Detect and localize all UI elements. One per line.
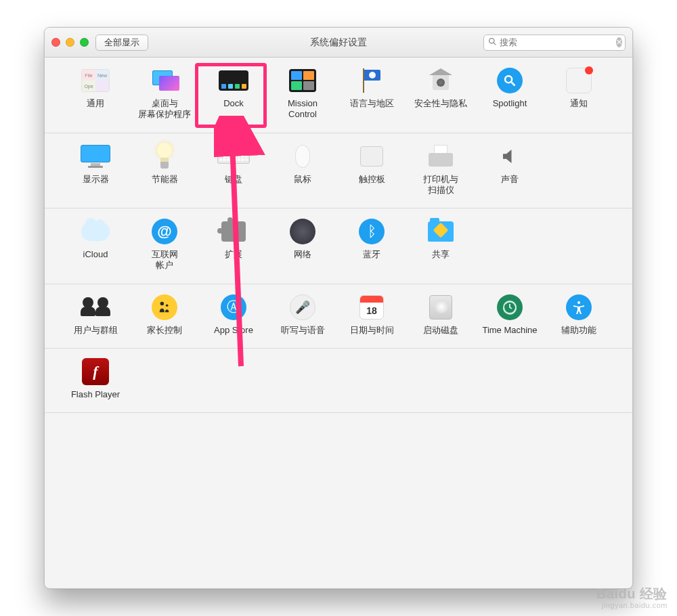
bluetooth-icon: ᛒ: [355, 218, 388, 245]
accessibility-icon: [563, 294, 595, 321]
pane-security-privacy[interactable]: 安全性与隐私: [406, 67, 475, 120]
zoom-button[interactable]: [80, 38, 89, 47]
pane-label: 桌面与 屏幕保护程序: [138, 98, 191, 120]
network-icon: [286, 218, 319, 245]
general-icon: FileNewOpe: [79, 67, 112, 94]
pane-dictation-speech[interactable]: 🎤 听写与语音: [268, 294, 337, 336]
trackpad-icon: [355, 143, 388, 170]
pane-users-groups[interactable]: 用户与群组: [61, 294, 130, 336]
titlebar: 全部显示 系统偏好设置 ✕: [45, 28, 632, 58]
pane-parental-controls[interactable]: 家长控制: [130, 294, 199, 336]
pane-label: 安全性与隐私: [414, 98, 467, 109]
security-icon: [424, 67, 457, 94]
pane-label: 辅助功能: [561, 325, 596, 336]
pane-mouse[interactable]: 鼠标: [268, 143, 337, 196]
pane-internet-accounts[interactable]: @ 互联网 帐户: [130, 218, 199, 271]
svg-point-5: [166, 304, 169, 307]
pane-label: 日期与时间: [350, 325, 394, 336]
clear-search-icon[interactable]: ✕: [616, 37, 622, 47]
sharing-icon: [424, 218, 457, 245]
svg-line-3: [512, 83, 515, 86]
desktop-icon: [148, 67, 181, 94]
pane-dock[interactable]: Dock: [199, 67, 268, 120]
energy-icon: [148, 143, 181, 170]
search-input[interactable]: [500, 37, 613, 47]
pane-label: 听写与语音: [281, 325, 325, 336]
show-all-button[interactable]: 全部显示: [95, 35, 148, 51]
pane-startup-disk[interactable]: 启动磁盘: [406, 294, 475, 336]
pane-language-region[interactable]: 语言与地区: [337, 67, 406, 120]
mouse-icon: [286, 143, 319, 170]
search-icon: [488, 37, 497, 48]
pane-spotlight[interactable]: Spotlight: [475, 67, 544, 120]
pane-label: Time Machine: [482, 325, 537, 336]
pane-extensions[interactable]: 扩展: [199, 218, 268, 271]
pane-label: App Store: [214, 325, 253, 336]
pane-label: 打印机与 扫描仪: [423, 174, 458, 196]
pane-general[interactable]: FileNewOpe 通用: [61, 67, 130, 120]
watermark: Baidu 经验 jingyan.baidu.com: [596, 586, 668, 609]
pane-notifications[interactable]: 通知: [544, 67, 613, 120]
pane-label: 语言与地区: [350, 98, 394, 109]
pane-label: 启动磁盘: [423, 325, 458, 336]
mission-control-icon: [286, 67, 319, 94]
pane-label: 通用: [87, 98, 104, 109]
prefs-row-2: 显示器 节能器 键盘 鼠标 触控板 打印机与 扫描仪 声音: [45, 133, 632, 209]
pane-label: 网络: [294, 249, 311, 260]
pane-label: 节能器: [152, 174, 178, 185]
show-all-label: 全部显示: [104, 37, 139, 49]
pane-label: Spotlight: [493, 98, 527, 109]
printer-icon: [424, 143, 457, 170]
pane-desktop-screensaver[interactable]: 桌面与 屏幕保护程序: [130, 67, 199, 120]
sound-icon: [494, 143, 526, 170]
pane-flash-player[interactable]: f Flash Player: [61, 358, 130, 400]
svg-point-4: [160, 301, 165, 305]
pane-label: 通知: [570, 98, 588, 109]
pane-sharing[interactable]: 共享: [406, 218, 475, 271]
dock-icon: [217, 67, 250, 94]
pane-time-machine[interactable]: Time Machine: [475, 294, 544, 336]
pane-bluetooth[interactable]: ᛒ 蓝牙: [337, 218, 406, 271]
users-icon: [79, 294, 112, 321]
dictation-icon: 🎤: [286, 294, 319, 321]
pane-trackpad[interactable]: 触控板: [337, 143, 406, 196]
internet-accounts-icon: @: [148, 218, 181, 245]
svg-point-0: [489, 38, 494, 43]
pane-sound[interactable]: 声音: [475, 143, 544, 196]
pane-accessibility[interactable]: 辅助功能: [544, 294, 613, 336]
svg-point-2: [505, 76, 512, 83]
pane-label: Dock: [223, 98, 244, 109]
pane-label: 扩展: [225, 249, 242, 260]
pane-keyboard[interactable]: 键盘: [199, 143, 268, 196]
keyboard-icon: [217, 143, 250, 170]
pane-label: 键盘: [225, 174, 242, 185]
prefs-row-4: 用户与群组 家长控制 Ⓐ App Store 🎤 听写与语音 18 日期与时间 …: [45, 284, 632, 349]
spotlight-icon: [494, 67, 526, 94]
pane-icloud[interactable]: iCloud: [61, 218, 130, 271]
pane-label: 互联网 帐户: [152, 249, 178, 271]
time-machine-icon: [494, 294, 526, 321]
prefs-row-1: FileNewOpe 通用 桌面与 屏幕保护程序 Dock Mission Co…: [45, 58, 632, 133]
pane-printers-scanners[interactable]: 打印机与 扫描仪: [406, 143, 475, 196]
pane-label: iCloud: [83, 249, 108, 260]
watermark-brand: Baidu 经验: [596, 586, 668, 601]
pane-label: 共享: [432, 249, 450, 260]
pane-label: 用户与群组: [74, 325, 118, 336]
appstore-icon: Ⓐ: [217, 294, 250, 321]
pane-app-store[interactable]: Ⓐ App Store: [199, 294, 268, 336]
close-button[interactable]: [51, 38, 60, 47]
search-field[interactable]: ✕: [483, 35, 626, 51]
pane-label: 蓝牙: [363, 249, 380, 260]
pane-label: 声音: [501, 174, 519, 185]
pane-displays[interactable]: 显示器: [61, 143, 130, 196]
notifications-icon: [563, 67, 595, 94]
prefs-row-3: iCloud @ 互联网 帐户 扩展 网络 ᛒ 蓝牙 共享: [45, 208, 632, 284]
minimize-button[interactable]: [66, 38, 74, 47]
pane-date-time[interactable]: 18 日期与时间: [337, 294, 406, 336]
pane-energy-saver[interactable]: 节能器: [130, 143, 199, 196]
pane-label: 显示器: [83, 174, 109, 185]
display-icon: [79, 143, 112, 170]
pane-mission-control[interactable]: Mission Control: [268, 67, 337, 120]
pane-label: 鼠标: [294, 174, 311, 185]
pane-network[interactable]: 网络: [268, 218, 337, 271]
